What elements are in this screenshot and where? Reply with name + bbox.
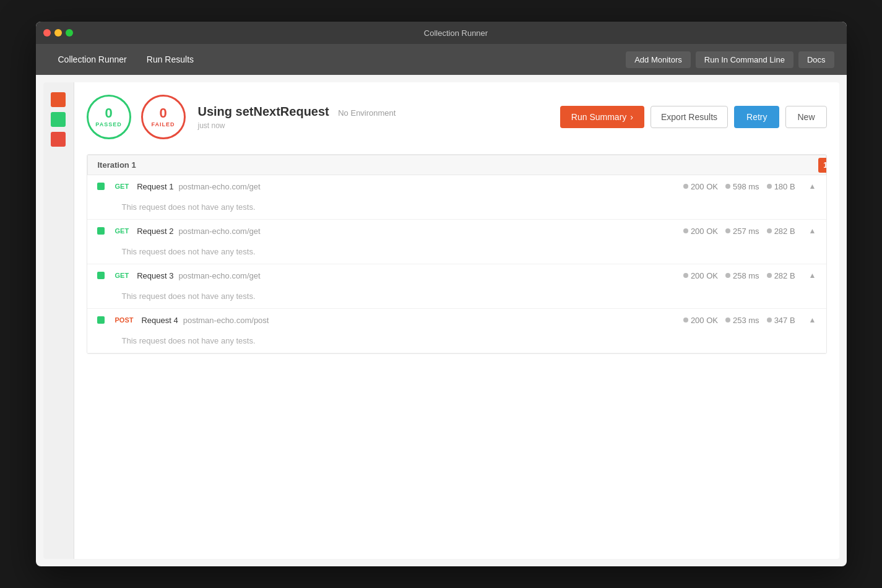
iteration-header: Iteration 1 1 bbox=[87, 155, 826, 175]
iterations-container: Iteration 1 1 GET Request 1 postman-echo… bbox=[87, 154, 827, 354]
passed-label: PASSED bbox=[95, 121, 121, 128]
request-stats: 200 OK 598 ms 180 B bbox=[683, 182, 803, 191]
time-value: 258 ms bbox=[733, 271, 759, 280]
request-url: postman-echo.com/get bbox=[178, 182, 683, 191]
request-stats: 200 OK 257 ms 282 B bbox=[683, 227, 803, 236]
requests-list: GET Request 1 postman-echo.com/get 200 O… bbox=[87, 175, 826, 353]
request-item: POST Request 4 postman-echo.com/post 200… bbox=[87, 309, 826, 353]
request-name: Request 2 bbox=[137, 227, 173, 236]
time-dot bbox=[725, 184, 730, 189]
size-value: 282 B bbox=[774, 227, 795, 236]
request-url: postman-echo.com/get bbox=[178, 227, 683, 236]
method-badge: GET bbox=[112, 181, 132, 191]
sidebar bbox=[43, 82, 74, 559]
time-dot bbox=[725, 318, 730, 322]
request-name: Request 4 bbox=[141, 316, 178, 325]
request-detail: This request does not have any tests. bbox=[87, 242, 826, 264]
collection-name: Using setNextRequest bbox=[198, 105, 329, 118]
main-content: 0 PASSED 0 FAILED Using setNextRequest N… bbox=[74, 82, 839, 559]
time-value: 257 ms bbox=[733, 227, 759, 236]
run-command-button[interactable]: Run In Command Line bbox=[696, 51, 793, 68]
request-url: postman-echo.com/get bbox=[178, 271, 683, 280]
request-status-dot bbox=[97, 227, 105, 235]
request-name: Request 3 bbox=[137, 271, 173, 280]
app-window: Collection Runner Collection Runner Run … bbox=[36, 22, 847, 566]
request-status-dot bbox=[97, 272, 105, 279]
run-environment: No Environment bbox=[338, 108, 396, 118]
time-value: 253 ms bbox=[733, 316, 759, 325]
run-summary-label: Run Summary bbox=[571, 112, 626, 122]
size-value: 347 B bbox=[774, 316, 795, 325]
nav-bar: Collection Runner Run Results Add Monito… bbox=[36, 44, 847, 75]
run-timestamp: just now bbox=[198, 121, 560, 130]
size-dot bbox=[767, 318, 772, 322]
method-badge: POST bbox=[112, 315, 137, 325]
status-value: 200 OK bbox=[691, 182, 718, 191]
failed-label: FAILED bbox=[151, 121, 175, 128]
request-status-dot bbox=[97, 316, 105, 324]
run-actions: Run Summary › Export Results Retry New bbox=[560, 106, 827, 128]
request-item: GET Request 3 postman-echo.com/get 200 O… bbox=[87, 264, 826, 309]
status-value: 200 OK bbox=[691, 316, 718, 325]
request-row[interactable]: GET Request 1 postman-echo.com/get 200 O… bbox=[87, 175, 826, 197]
time-dot bbox=[725, 228, 730, 233]
time-value: 598 ms bbox=[733, 182, 759, 191]
status-dot bbox=[683, 273, 688, 278]
request-row[interactable]: POST Request 4 postman-echo.com/post 200… bbox=[87, 309, 826, 331]
export-results-button[interactable]: Export Results bbox=[651, 106, 728, 128]
passed-count: 0 bbox=[105, 106, 112, 120]
method-badge: GET bbox=[112, 270, 132, 280]
window-title: Collection Runner bbox=[73, 28, 839, 38]
status-dot bbox=[683, 184, 688, 189]
iteration-badge: 1 bbox=[818, 158, 827, 173]
request-row[interactable]: GET Request 3 postman-echo.com/get 200 O… bbox=[87, 264, 826, 287]
sidebar-icon-red[interactable] bbox=[51, 132, 66, 147]
nav-right: Add Monitors Run In Command Line Docs bbox=[626, 51, 834, 68]
minimize-button[interactable] bbox=[54, 29, 62, 37]
status-dot bbox=[683, 318, 688, 322]
status-dot bbox=[683, 228, 688, 233]
maximize-button[interactable] bbox=[66, 29, 73, 37]
request-row[interactable]: GET Request 2 postman-echo.com/get 200 O… bbox=[87, 220, 826, 242]
size-dot bbox=[767, 228, 772, 233]
chevron-up-icon: ▲ bbox=[809, 271, 816, 280]
content-area: 0 PASSED 0 FAILED Using setNextRequest N… bbox=[43, 82, 839, 559]
request-stats: 200 OK 258 ms 282 B bbox=[683, 271, 803, 280]
nav-run-results[interactable]: Run Results bbox=[137, 50, 204, 69]
chevron-up-icon: ▲ bbox=[809, 227, 816, 235]
chevron-up-icon: ▲ bbox=[809, 182, 816, 191]
request-name: Request 1 bbox=[137, 182, 173, 191]
passed-circle: 0 PASSED bbox=[87, 95, 131, 139]
nav-collection-runner[interactable]: Collection Runner bbox=[48, 50, 137, 69]
request-url: postman-echo.com/post bbox=[183, 316, 683, 325]
title-bar: Collection Runner bbox=[36, 22, 847, 44]
status-value: 200 OK bbox=[691, 271, 718, 280]
add-monitors-button[interactable]: Add Monitors bbox=[626, 51, 691, 68]
chevron-right-icon: › bbox=[630, 112, 633, 122]
run-info: Using setNextRequest No Environment just… bbox=[198, 105, 560, 130]
request-stats: 200 OK 253 ms 347 B bbox=[683, 316, 803, 325]
request-detail: This request does not have any tests. bbox=[87, 287, 826, 308]
run-summary-button[interactable]: Run Summary › bbox=[560, 106, 644, 128]
size-dot bbox=[767, 273, 772, 278]
chevron-up-icon: ▲ bbox=[809, 316, 816, 324]
nav-left: Collection Runner Run Results bbox=[48, 50, 626, 69]
new-button[interactable]: New bbox=[785, 106, 826, 128]
size-dot bbox=[767, 184, 772, 189]
sidebar-icon-green[interactable] bbox=[51, 112, 66, 127]
failed-count: 0 bbox=[159, 106, 166, 120]
retry-button[interactable]: Retry bbox=[734, 106, 779, 128]
time-dot bbox=[725, 273, 730, 278]
sidebar-icon-orange[interactable] bbox=[51, 92, 66, 107]
request-item: GET Request 1 postman-echo.com/get 200 O… bbox=[87, 175, 826, 220]
status-value: 200 OK bbox=[691, 227, 718, 236]
request-status-dot bbox=[97, 183, 105, 190]
docs-button[interactable]: Docs bbox=[798, 51, 834, 68]
size-value: 180 B bbox=[774, 182, 795, 191]
traffic-lights bbox=[43, 29, 73, 37]
request-item: GET Request 2 postman-echo.com/get 200 O… bbox=[87, 220, 826, 264]
request-detail: This request does not have any tests. bbox=[87, 197, 826, 219]
close-button[interactable] bbox=[43, 29, 51, 37]
size-value: 282 B bbox=[774, 271, 795, 280]
failed-circle: 0 FAILED bbox=[141, 95, 186, 139]
